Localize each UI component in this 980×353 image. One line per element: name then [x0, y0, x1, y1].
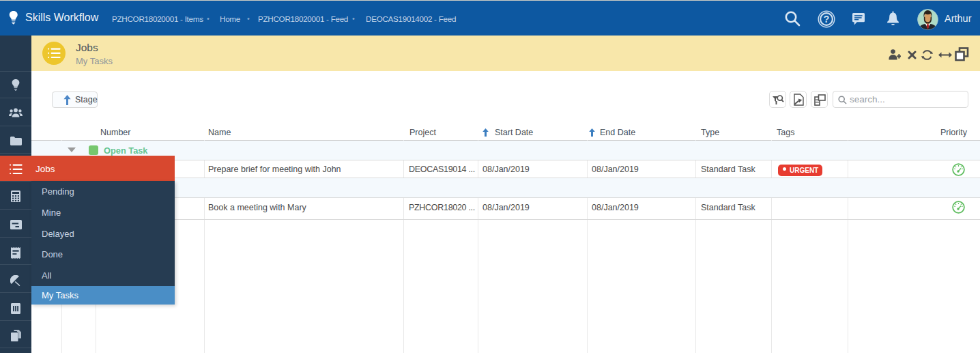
svg-text:?: ? [824, 14, 830, 25]
